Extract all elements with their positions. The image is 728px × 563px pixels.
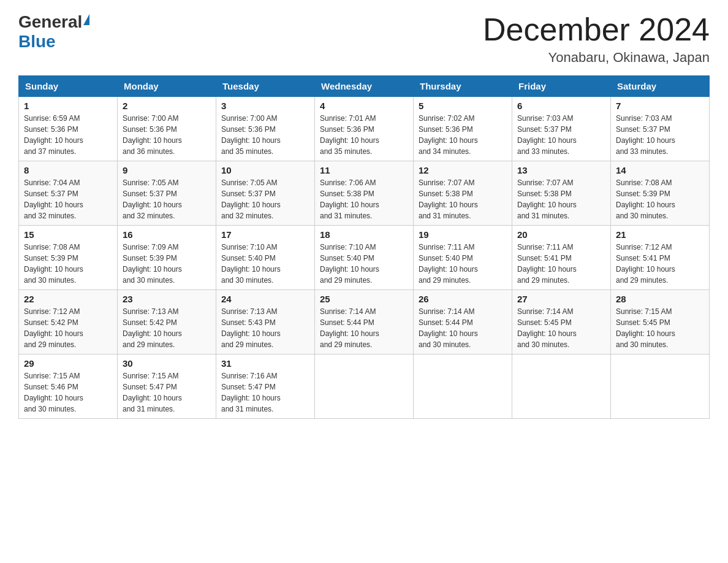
day-number: 13	[517, 165, 605, 175]
day-info: Sunrise: 7:15 AMSunset: 5:46 PMDaylight:…	[24, 370, 112, 415]
calendar-table: SundayMondayTuesdayWednesdayThursdayFrid…	[18, 75, 710, 419]
day-info: Sunrise: 7:14 AMSunset: 5:44 PMDaylight:…	[320, 306, 408, 350]
calendar-cell: 17Sunrise: 7:10 AMSunset: 5:40 PMDayligh…	[216, 226, 315, 290]
calendar-cell: 3Sunrise: 7:00 AMSunset: 5:36 PMDaylight…	[216, 97, 315, 161]
day-number: 21	[616, 229, 704, 240]
day-info: Sunrise: 7:15 AMSunset: 5:47 PMDaylight:…	[123, 370, 211, 415]
calendar-week-row: 29Sunrise: 7:15 AMSunset: 5:46 PMDayligh…	[19, 354, 710, 419]
calendar-cell: 21Sunrise: 7:12 AMSunset: 5:41 PMDayligh…	[611, 226, 710, 290]
day-info: Sunrise: 7:14 AMSunset: 5:44 PMDaylight:…	[419, 306, 507, 350]
calendar-cell: 13Sunrise: 7:07 AMSunset: 5:38 PMDayligh…	[512, 161, 611, 226]
day-info: Sunrise: 7:00 AMSunset: 5:36 PMDaylight:…	[123, 113, 211, 157]
logo: General Blue	[18, 12, 89, 52]
day-info: Sunrise: 7:06 AMSunset: 5:38 PMDaylight:…	[320, 177, 408, 221]
day-number: 27	[517, 294, 605, 304]
day-info: Sunrise: 7:15 AMSunset: 5:45 PMDaylight:…	[616, 306, 704, 350]
calendar-week-row: 15Sunrise: 7:08 AMSunset: 5:39 PMDayligh…	[19, 226, 710, 290]
title-block: December 2024 Yonabaru, Okinawa, Japan	[483, 12, 710, 66]
day-number: 20	[517, 229, 605, 240]
day-info: Sunrise: 7:03 AMSunset: 5:37 PMDaylight:…	[517, 113, 605, 157]
day-number: 26	[419, 294, 507, 304]
day-number: 15	[24, 229, 112, 240]
day-number: 30	[123, 358, 211, 369]
calendar-cell: 12Sunrise: 7:07 AMSunset: 5:38 PMDayligh…	[414, 161, 512, 226]
calendar-cell: 9Sunrise: 7:05 AMSunset: 5:37 PMDaylight…	[118, 161, 216, 226]
day-number: 17	[221, 229, 309, 240]
calendar-cell	[315, 354, 414, 419]
day-number: 1	[24, 101, 112, 111]
calendar-cell: 10Sunrise: 7:05 AMSunset: 5:37 PMDayligh…	[216, 161, 315, 226]
day-number: 9	[123, 165, 211, 175]
day-info: Sunrise: 7:00 AMSunset: 5:36 PMDaylight:…	[221, 113, 309, 157]
calendar-cell: 4Sunrise: 7:01 AMSunset: 5:36 PMDaylight…	[315, 97, 414, 161]
calendar-cell: 28Sunrise: 7:15 AMSunset: 5:45 PMDayligh…	[611, 290, 710, 354]
day-number: 10	[221, 165, 309, 175]
header-wednesday: Wednesday	[315, 76, 414, 97]
day-number: 19	[419, 229, 507, 240]
day-info: Sunrise: 7:12 AMSunset: 5:42 PMDaylight:…	[24, 306, 112, 350]
calendar-cell: 11Sunrise: 7:06 AMSunset: 5:38 PMDayligh…	[315, 161, 414, 226]
day-info: Sunrise: 7:05 AMSunset: 5:37 PMDaylight:…	[123, 177, 211, 221]
day-number: 4	[320, 101, 408, 111]
logo-general: General	[18, 12, 82, 32]
logo-blue: Blue	[18, 32, 56, 52]
day-info: Sunrise: 7:13 AMSunset: 5:42 PMDaylight:…	[123, 306, 211, 350]
calendar-cell	[512, 354, 611, 419]
calendar-week-row: 8Sunrise: 7:04 AMSunset: 5:37 PMDaylight…	[19, 161, 710, 226]
day-info: Sunrise: 7:01 AMSunset: 5:36 PMDaylight:…	[320, 113, 408, 157]
day-number: 16	[123, 229, 211, 240]
day-info: Sunrise: 7:14 AMSunset: 5:45 PMDaylight:…	[517, 306, 605, 350]
calendar-cell: 16Sunrise: 7:09 AMSunset: 5:39 PMDayligh…	[118, 226, 216, 290]
day-info: Sunrise: 7:10 AMSunset: 5:40 PMDaylight:…	[320, 242, 408, 286]
day-number: 18	[320, 229, 408, 240]
day-number: 11	[320, 165, 408, 175]
day-info: Sunrise: 7:09 AMSunset: 5:39 PMDaylight:…	[123, 242, 211, 286]
calendar-cell	[414, 354, 512, 419]
calendar-cell: 27Sunrise: 7:14 AMSunset: 5:45 PMDayligh…	[512, 290, 611, 354]
day-number: 22	[24, 294, 112, 304]
day-info: Sunrise: 7:11 AMSunset: 5:41 PMDaylight:…	[517, 242, 605, 286]
day-number: 29	[24, 358, 112, 369]
calendar-cell: 30Sunrise: 7:15 AMSunset: 5:47 PMDayligh…	[118, 354, 216, 419]
header-tuesday: Tuesday	[216, 76, 315, 97]
calendar-cell: 31Sunrise: 7:16 AMSunset: 5:47 PMDayligh…	[216, 354, 315, 419]
calendar-cell: 26Sunrise: 7:14 AMSunset: 5:44 PMDayligh…	[414, 290, 512, 354]
logo-triangle-icon	[83, 14, 89, 25]
day-info: Sunrise: 7:08 AMSunset: 5:39 PMDaylight:…	[24, 242, 112, 286]
day-info: Sunrise: 6:59 AMSunset: 5:36 PMDaylight:…	[24, 113, 112, 157]
weekday-header-row: SundayMondayTuesdayWednesdayThursdayFrid…	[19, 76, 710, 97]
day-info: Sunrise: 7:02 AMSunset: 5:36 PMDaylight:…	[419, 113, 507, 157]
header-monday: Monday	[118, 76, 216, 97]
calendar-cell: 23Sunrise: 7:13 AMSunset: 5:42 PMDayligh…	[118, 290, 216, 354]
day-info: Sunrise: 7:16 AMSunset: 5:47 PMDaylight:…	[221, 370, 309, 415]
day-info: Sunrise: 7:07 AMSunset: 5:38 PMDaylight:…	[419, 177, 507, 221]
month-title: December 2024	[483, 12, 710, 47]
header-sunday: Sunday	[19, 76, 118, 97]
day-info: Sunrise: 7:03 AMSunset: 5:37 PMDaylight:…	[616, 113, 704, 157]
calendar-cell	[611, 354, 710, 419]
day-info: Sunrise: 7:12 AMSunset: 5:41 PMDaylight:…	[616, 242, 704, 286]
day-info: Sunrise: 7:05 AMSunset: 5:37 PMDaylight:…	[221, 177, 309, 221]
day-info: Sunrise: 7:08 AMSunset: 5:39 PMDaylight:…	[616, 177, 704, 221]
header-saturday: Saturday	[611, 76, 710, 97]
header-friday: Friday	[512, 76, 611, 97]
calendar-cell: 5Sunrise: 7:02 AMSunset: 5:36 PMDaylight…	[414, 97, 512, 161]
header-thursday: Thursday	[414, 76, 512, 97]
day-info: Sunrise: 7:07 AMSunset: 5:38 PMDaylight:…	[517, 177, 605, 221]
calendar-week-row: 22Sunrise: 7:12 AMSunset: 5:42 PMDayligh…	[19, 290, 710, 354]
day-number: 6	[517, 101, 605, 111]
day-number: 31	[221, 358, 309, 369]
calendar-cell: 1Sunrise: 6:59 AMSunset: 5:36 PMDaylight…	[19, 97, 118, 161]
calendar-cell: 6Sunrise: 7:03 AMSunset: 5:37 PMDaylight…	[512, 97, 611, 161]
calendar-week-row: 1Sunrise: 6:59 AMSunset: 5:36 PMDaylight…	[19, 97, 710, 161]
day-info: Sunrise: 7:10 AMSunset: 5:40 PMDaylight:…	[221, 242, 309, 286]
calendar-cell: 19Sunrise: 7:11 AMSunset: 5:40 PMDayligh…	[414, 226, 512, 290]
day-number: 7	[616, 101, 704, 111]
day-number: 12	[419, 165, 507, 175]
day-number: 2	[123, 101, 211, 111]
calendar-cell: 18Sunrise: 7:10 AMSunset: 5:40 PMDayligh…	[315, 226, 414, 290]
day-info: Sunrise: 7:13 AMSunset: 5:43 PMDaylight:…	[221, 306, 309, 350]
day-number: 5	[419, 101, 507, 111]
location-title: Yonabaru, Okinawa, Japan	[483, 50, 710, 66]
day-number: 8	[24, 165, 112, 175]
